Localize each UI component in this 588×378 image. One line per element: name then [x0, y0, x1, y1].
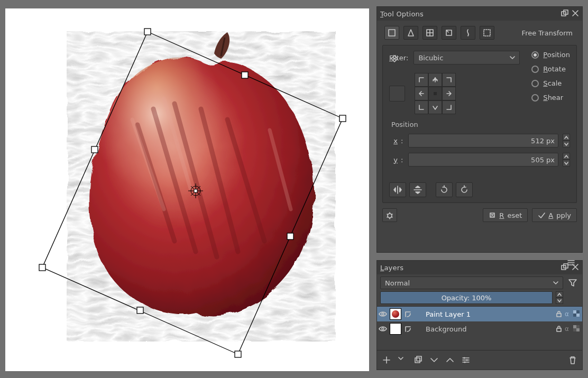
- layers-docker: Layers Normal Opacity: 100%: [376, 260, 583, 370]
- rotate-cw-button[interactable]: [456, 182, 473, 197]
- svg-point-18: [388, 214, 392, 218]
- svg-rect-33: [415, 358, 420, 363]
- delete-layer-button[interactable]: [567, 355, 578, 365]
- svg-rect-30: [576, 328, 580, 331]
- transform-mode-free[interactable]: [384, 26, 399, 40]
- svg-rect-9: [137, 307, 143, 314]
- alpha-icon[interactable]: α: [564, 310, 571, 319]
- layer-row[interactable]: Paint Layer 1 α: [377, 307, 582, 321]
- transform-anchor-grid[interactable]: [415, 73, 456, 114]
- svg-rect-5: [235, 351, 241, 357]
- layer-name[interactable]: Paint Layer 1: [413, 310, 555, 318]
- bug-report-button[interactable]: [382, 208, 397, 222]
- layer-name[interactable]: Background: [413, 325, 555, 333]
- lock-icon[interactable]: [555, 310, 562, 319]
- y-input[interactable]: 505 px: [408, 153, 558, 167]
- opacity-spinner[interactable]: [556, 291, 563, 304]
- svg-rect-26: [573, 314, 576, 317]
- flip-vertical-button[interactable]: [409, 182, 426, 197]
- x-input[interactable]: 512 px: [408, 134, 558, 147]
- svg-point-21: [382, 313, 384, 315]
- apply-button[interactable]: Apply: [532, 208, 577, 222]
- radio-scale[interactable]: Scale: [531, 79, 570, 87]
- blend-mode-select[interactable]: Normal: [380, 276, 563, 289]
- transform-mode-cage[interactable]: [442, 26, 456, 40]
- transform-mode-perspective[interactable]: [403, 26, 418, 40]
- svg-rect-10: [91, 146, 98, 153]
- position-heading: Position: [391, 121, 570, 128]
- layer-row[interactable]: Background α: [377, 321, 582, 336]
- transform-mode-warp[interactable]: [422, 26, 437, 40]
- layer-thumbnail: [390, 323, 401, 335]
- duplicate-layer-button[interactable]: [413, 355, 424, 365]
- alpha-inherit-icon[interactable]: [402, 310, 413, 318]
- move-layer-up-button[interactable]: [445, 355, 455, 365]
- checker-icon[interactable]: [573, 325, 580, 334]
- svg-point-16: [394, 58, 396, 60]
- float-docker-icon[interactable]: [561, 10, 568, 19]
- svg-point-36: [466, 359, 468, 361]
- radio-position[interactable]: Position: [531, 51, 570, 59]
- svg-text:α: α: [565, 310, 569, 317]
- flip-horizontal-button[interactable]: [389, 182, 406, 197]
- x-label: x: [389, 137, 398, 145]
- layer-options-menu-button[interactable]: [566, 291, 579, 304]
- y-spinner[interactable]: [563, 153, 570, 167]
- reset-button[interactable]: Reset: [483, 208, 528, 222]
- anchor-center-button[interactable]: [389, 86, 405, 102]
- svg-rect-17: [434, 92, 437, 95]
- transform-mode-label: Free Transform: [522, 29, 575, 37]
- svg-rect-15: [484, 30, 490, 36]
- opacity-value: Opacity: 100%: [442, 294, 492, 302]
- alpha-inherit-icon[interactable]: [402, 325, 413, 333]
- svg-point-37: [464, 362, 466, 363]
- svg-rect-24: [576, 314, 580, 317]
- add-layer-button[interactable]: [381, 355, 392, 365]
- svg-rect-3: [144, 29, 151, 35]
- radio-shear[interactable]: Shear: [531, 94, 570, 102]
- svg-rect-1: [194, 189, 197, 192]
- svg-rect-7: [242, 72, 248, 78]
- rotate-ccw-button[interactable]: [436, 182, 453, 197]
- svg-rect-13: [389, 30, 395, 36]
- svg-rect-29: [573, 325, 576, 328]
- svg-point-27: [382, 328, 384, 330]
- svg-rect-31: [576, 325, 580, 328]
- close-docker-icon[interactable]: [572, 10, 579, 19]
- layer-thumbnail: [390, 308, 401, 320]
- move-layer-down-button[interactable]: [429, 355, 439, 365]
- filter-value: Bicubic: [418, 54, 443, 62]
- visibility-toggle[interactable]: [377, 311, 389, 317]
- opacity-slider[interactable]: Opacity: 100%: [380, 291, 553, 304]
- checker-icon[interactable]: [573, 310, 580, 319]
- svg-rect-34: [417, 356, 421, 361]
- transform-mode-liquify[interactable]: [461, 26, 475, 40]
- radio-rotate[interactable]: Rotate: [531, 65, 570, 73]
- svg-point-35: [464, 357, 465, 359]
- svg-rect-6: [39, 264, 45, 271]
- blend-mode-value: Normal: [385, 279, 410, 287]
- add-layer-menu-icon[interactable]: [397, 355, 408, 365]
- y-label: y: [389, 156, 398, 164]
- svg-rect-23: [573, 310, 576, 314]
- tool-options-title: TTool Optionsool Options: [380, 10, 561, 18]
- y-value: 505 px: [531, 156, 555, 164]
- layer-list: Paint Layer 1 α Background α: [377, 306, 582, 351]
- svg-rect-25: [576, 310, 580, 314]
- canvas[interactable]: [5, 8, 369, 371]
- visibility-toggle[interactable]: [377, 326, 389, 332]
- transform-mode-mesh[interactable]: [480, 26, 494, 40]
- alpha-icon[interactable]: α: [564, 325, 571, 334]
- svg-rect-32: [573, 328, 576, 331]
- layer-properties-button[interactable]: [461, 355, 471, 365]
- svg-rect-8: [287, 233, 293, 239]
- lock-icon[interactable]: [555, 325, 562, 334]
- svg-rect-4: [339, 115, 346, 122]
- x-value: 512 px: [531, 137, 555, 145]
- tool-options-docker: TTool Optionsool Options Free Transform: [376, 6, 583, 253]
- svg-text:α: α: [565, 325, 569, 332]
- filter-select[interactable]: Bicubic: [414, 51, 520, 64]
- layers-title: Layers: [380, 264, 561, 272]
- x-spinner[interactable]: [563, 134, 570, 147]
